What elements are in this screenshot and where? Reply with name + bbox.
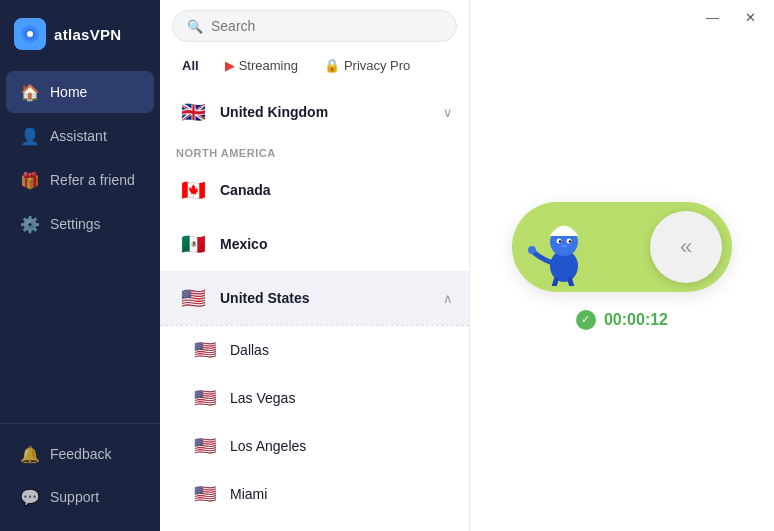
- assistant-icon: 👤: [20, 126, 40, 146]
- location-list: 🇬🇧 United Kingdom ∨ North America 🇨🇦 Can…: [160, 85, 469, 531]
- filter-tabs: All ▶ Streaming 🔒 Privacy Pro: [160, 50, 469, 85]
- mexico-name: Mexico: [220, 236, 453, 252]
- los-angeles-flag: 🇺🇸: [190, 431, 220, 461]
- settings-icon: ⚙️: [20, 214, 40, 234]
- sidebar-bottom: 🔔 Feedback 💬 Support: [0, 423, 160, 531]
- mexico-flag: 🇲🇽: [176, 227, 210, 261]
- svg-point-9: [561, 244, 567, 247]
- timer-row: ✓ 00:00:12: [576, 310, 668, 330]
- sub-location-las-vegas[interactable]: 🇺🇸 Las Vegas: [160, 374, 469, 422]
- miami-name: Miami: [230, 486, 267, 502]
- privacy-pro-icon: 🔒: [324, 58, 340, 73]
- logo-icon: [14, 18, 46, 50]
- canada-name: Canada: [220, 182, 453, 198]
- filter-tab-all[interactable]: All: [172, 54, 209, 77]
- las-vegas-flag: 🇺🇸: [190, 383, 220, 413]
- svg-point-8: [569, 240, 571, 242]
- uk-name: United Kingdom: [220, 104, 433, 120]
- filter-tab-privacy-pro[interactable]: 🔒 Privacy Pro: [314, 54, 420, 77]
- chevron-left-icon: «: [680, 234, 692, 260]
- mascot-area: [526, 208, 606, 286]
- main-area: — ✕ 🔍 All ▶ Streaming 🔒 Privacy Pro: [160, 0, 774, 531]
- sidebar-item-feedback-label: Feedback: [50, 446, 111, 462]
- dallas-name: Dallas: [230, 342, 269, 358]
- location-item-us[interactable]: 🇺🇸 United States ∧: [160, 271, 469, 325]
- sidebar-item-refer-label: Refer a friend: [50, 172, 135, 188]
- sidebar-nav: 🏠 Home 👤 Assistant 🎁 Refer a friend ⚙️ S…: [0, 64, 160, 423]
- us-name: United States: [220, 290, 433, 306]
- sub-location-miami[interactable]: 🇺🇸 Miami: [160, 470, 469, 518]
- title-bar: — ✕: [688, 0, 774, 31]
- sidebar-item-settings-label: Settings: [50, 216, 101, 232]
- sidebar-item-assistant[interactable]: 👤 Assistant: [6, 115, 154, 157]
- miami-flag: 🇺🇸: [190, 479, 220, 509]
- refer-icon: 🎁: [20, 170, 40, 190]
- sub-location-dallas[interactable]: 🇺🇸 Dallas: [160, 326, 469, 374]
- logo-text: atlasVPN: [54, 26, 121, 43]
- sidebar-item-home-label: Home: [50, 84, 87, 100]
- sub-location-more[interactable]: 🇺🇸 ⋯: [160, 518, 469, 531]
- svg-point-10: [528, 246, 536, 254]
- home-icon: 🏠: [20, 82, 40, 102]
- sidebar: atlasVPN 🏠 Home 👤 Assistant 🎁 Refer a fr…: [0, 0, 160, 531]
- sidebar-item-assistant-label: Assistant: [50, 128, 107, 144]
- svg-point-7: [559, 240, 561, 242]
- sidebar-item-feedback[interactable]: 🔔 Feedback: [6, 433, 154, 475]
- sidebar-item-support-label: Support: [50, 489, 99, 505]
- more-flag: 🇺🇸: [190, 527, 220, 531]
- us-flag: 🇺🇸: [176, 281, 210, 315]
- sub-location-los-angeles[interactable]: 🇺🇸 Los Angeles: [160, 422, 469, 470]
- vpn-toggle-area: « ✓ 00:00:12: [512, 202, 732, 330]
- search-box: 🔍: [172, 10, 457, 42]
- sidebar-item-home[interactable]: 🏠 Home: [6, 71, 154, 113]
- search-icon: 🔍: [187, 19, 203, 34]
- right-panel: « ✓ 00:00:12: [470, 0, 774, 531]
- location-panel: 🔍 All ▶ Streaming 🔒 Privacy Pro 🇬🇧 Unite…: [160, 0, 470, 531]
- streaming-icon: ▶: [225, 58, 235, 73]
- us-chevron: ∧: [443, 291, 453, 306]
- minimize-button[interactable]: —: [700, 8, 725, 27]
- dallas-flag: 🇺🇸: [190, 335, 220, 365]
- location-item-canada[interactable]: 🇨🇦 Canada: [160, 163, 469, 217]
- logo-area: atlasVPN: [0, 0, 160, 64]
- connected-check-icon: ✓: [576, 310, 596, 330]
- canada-flag: 🇨🇦: [176, 173, 210, 207]
- search-input[interactable]: [211, 18, 442, 34]
- vpn-toggle-pill[interactable]: «: [512, 202, 732, 292]
- close-button[interactable]: ✕: [739, 8, 762, 27]
- svg-point-2: [27, 31, 33, 37]
- location-item-mexico[interactable]: 🇲🇽 Mexico: [160, 217, 469, 271]
- us-sub-locations: 🇺🇸 Dallas 🇺🇸 Las Vegas 🇺🇸 Los Angeles 🇺🇸…: [160, 325, 469, 531]
- sidebar-item-support[interactable]: 💬 Support: [6, 476, 154, 518]
- toggle-button[interactable]: «: [650, 211, 722, 283]
- location-item-uk[interactable]: 🇬🇧 United Kingdom ∨: [160, 85, 469, 139]
- search-wrapper: 🔍: [160, 0, 469, 50]
- support-icon: 💬: [20, 487, 40, 507]
- sidebar-item-refer[interactable]: 🎁 Refer a friend: [6, 159, 154, 201]
- filter-tab-streaming[interactable]: ▶ Streaming: [215, 54, 308, 77]
- las-vegas-name: Las Vegas: [230, 390, 295, 406]
- vpn-timer: 00:00:12: [604, 311, 668, 329]
- section-north-america: North America: [160, 139, 469, 163]
- sidebar-item-settings[interactable]: ⚙️ Settings: [6, 203, 154, 245]
- los-angeles-name: Los Angeles: [230, 438, 306, 454]
- feedback-icon: 🔔: [20, 444, 40, 464]
- uk-flag: 🇬🇧: [176, 95, 210, 129]
- uk-chevron: ∨: [443, 105, 453, 120]
